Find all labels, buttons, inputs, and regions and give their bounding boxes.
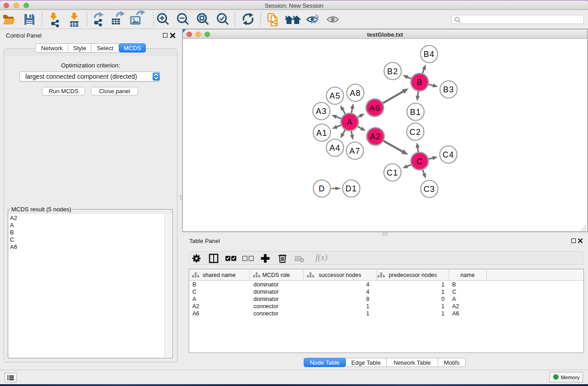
svg-text:name: name (460, 272, 474, 278)
svg-text:predecessor nodes: predecessor nodes (389, 272, 437, 278)
svg-text:successor nodes: successor nodes (319, 272, 361, 278)
svg-text:A3: A3 (316, 107, 327, 116)
svg-text:D1: D1 (345, 184, 357, 193)
svg-text:C2: C2 (410, 128, 421, 137)
svg-text:A4: A4 (330, 143, 340, 152)
svg-text:shared name: shared name (203, 272, 236, 278)
svg-text:A5: A5 (330, 91, 340, 100)
svg-text:B2: B2 (387, 67, 398, 76)
svg-text:C4: C4 (443, 150, 454, 159)
svg-text:A2: A2 (370, 132, 381, 141)
svg-text:A7: A7 (349, 147, 360, 156)
svg-text:C1: C1 (387, 168, 398, 177)
svg-text:C: C (416, 157, 423, 166)
svg-text:B: B (416, 78, 422, 87)
svg-text:A: A (347, 118, 353, 127)
svg-text:B1: B1 (410, 108, 421, 117)
svg-text:MCDS role: MCDS role (262, 272, 290, 278)
svg-text:A6: A6 (369, 104, 380, 113)
svg-text:A8: A8 (350, 89, 361, 98)
svg-text:D: D (319, 184, 325, 193)
svg-text:B4: B4 (424, 50, 435, 59)
svg-text:C3: C3 (424, 185, 435, 194)
svg-text:B3: B3 (443, 85, 454, 94)
svg-text:A1: A1 (316, 129, 327, 138)
